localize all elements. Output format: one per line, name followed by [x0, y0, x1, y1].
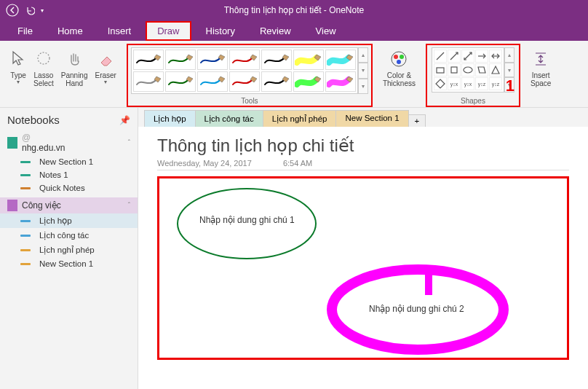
notebook-item[interactable]: @nhg.edu.vn ˆ	[0, 130, 138, 155]
lasso-icon	[36, 47, 52, 71]
page-date: Wednesday, May 24, 2017 6:54 AM	[157, 159, 569, 170]
pen-swatch[interactable]	[293, 50, 324, 70]
chevron-up-icon: ˆ	[128, 139, 130, 147]
page-title[interactable]: Thông tin lịch họp chi tiết	[157, 135, 569, 156]
tab-view[interactable]: View	[306, 23, 346, 39]
shape-double-arrow[interactable]	[461, 50, 474, 63]
back-icon[interactable]	[6, 4, 19, 17]
ribbon-group-shapes: y↕x y↕x y↕z y↕z ▴▾▾ Shapes 1	[426, 44, 520, 107]
shape-ellipse[interactable]	[461, 63, 474, 76]
svg-point-3	[394, 55, 398, 59]
tab-add[interactable]: +	[408, 114, 426, 127]
tab-home[interactable]: Home	[47, 23, 93, 39]
lasso-label: Lasso Select	[33, 71, 54, 87]
tab-review[interactable]: Review	[250, 23, 301, 39]
shape-axis-4[interactable]: y↕z	[489, 77, 502, 90]
pen-swatch[interactable]	[133, 50, 164, 70]
svg-line-6	[437, 52, 444, 60]
window-title: Thông tin lịch họp chi tiết - OneNote	[224, 5, 364, 15]
pen-swatch[interactable]	[261, 50, 292, 70]
pin-icon[interactable]: 📌	[119, 115, 130, 125]
section-tab[interactable]: Lịch họp	[144, 110, 196, 127]
shapes-gallery[interactable]: y↕x y↕x y↕z y↕z	[432, 47, 504, 93]
section-item[interactable]: Quick Notes	[0, 181, 138, 194]
section-item[interactable]: Lịch nghỉ phép	[0, 243, 138, 257]
pen-swatch[interactable]	[229, 71, 260, 92]
pen-swatch[interactable]	[133, 71, 164, 92]
pen-swatch[interactable]	[293, 71, 324, 92]
section-tab[interactable]: Lịch công tác	[195, 110, 263, 127]
page-canvas[interactable]: Thông tin lịch họp chi tiết Wednesday, M…	[138, 127, 588, 389]
shape-axis-3[interactable]: y↕z	[475, 77, 488, 90]
chevron-down-icon: ▾	[104, 79, 107, 86]
ribbon-group-insertspace: Insert Space .	[525, 44, 557, 107]
notebooks-pane: Notebooks 📌 @nhg.edu.vn ˆ New Section 1N…	[0, 108, 138, 389]
section-item[interactable]: New Section 1	[0, 155, 138, 168]
svg-rect-11	[437, 68, 444, 73]
shape-arrow2[interactable]	[475, 50, 488, 63]
tab-history[interactable]: History	[196, 23, 245, 39]
pen-swatch[interactable]	[229, 50, 260, 70]
shape-arrow3[interactable]	[489, 50, 502, 63]
insert-space-label: Insert Space	[531, 71, 551, 87]
hand-icon	[66, 47, 82, 71]
shape-parallelogram[interactable]	[475, 63, 488, 76]
shapes-group-label: Shapes	[461, 95, 485, 105]
pen-swatch[interactable]	[261, 71, 292, 92]
shape-triangle[interactable]	[489, 63, 502, 76]
section-item[interactable]: Notes 1	[0, 168, 138, 181]
section-item[interactable]: Lịch công tác	[0, 228, 138, 243]
svg-point-1	[38, 52, 49, 64]
note-text-2[interactable]: Nhập nội dung ghi chú 2	[369, 304, 464, 314]
gallery-scroll[interactable]: ▴▾▾	[358, 47, 368, 94]
ribbon-group-selection: Type ▾ Lasso Select Panning Hand Eraser …	[4, 44, 122, 107]
pen-swatch[interactable]	[165, 71, 196, 92]
shape-square[interactable]	[448, 63, 461, 76]
section-item[interactable]: Lịch họp	[0, 213, 138, 228]
tab-insert[interactable]: Insert	[98, 23, 142, 39]
section-tab[interactable]: New Section 1	[335, 110, 408, 127]
pen-gallery	[131, 47, 358, 94]
pen-swatch[interactable]	[197, 71, 228, 92]
insert-space-icon	[533, 47, 549, 71]
drawing-canvas[interactable]: Nhập nội dung ghi chú 1 Nhập nội dung gh…	[157, 176, 569, 360]
section-tab[interactable]: Lịch nghỉ phép	[263, 110, 337, 127]
pen-swatch[interactable]	[325, 71, 356, 92]
pen-swatch[interactable]	[197, 50, 228, 70]
workspace: Notebooks 📌 @nhg.edu.vn ˆ New Section 1N…	[0, 108, 588, 389]
qat-dropdown-icon[interactable]: ▾	[41, 7, 44, 14]
pen-swatch[interactable]	[325, 50, 356, 70]
shape-arrow[interactable]	[448, 50, 461, 63]
shape-axis-xy[interactable]: y↕x	[448, 77, 461, 90]
note-text-1[interactable]: Nhập nội dung ghi chú 1	[199, 215, 295, 225]
panning-button[interactable]: Panning Hand	[58, 45, 91, 89]
menu-bar: File Home Insert Draw History Review Vie…	[0, 20, 588, 41]
shape-rect[interactable]	[434, 63, 447, 76]
svg-line-8	[464, 52, 472, 60]
svg-point-0	[7, 4, 18, 16]
insert-space-button[interactable]: Insert Space	[528, 45, 554, 89]
cursor-icon	[10, 47, 26, 71]
chevron-down-icon: ▾	[17, 79, 20, 86]
eraser-button[interactable]: Eraser ▾	[92, 45, 119, 87]
lasso-button[interactable]: Lasso Select	[31, 45, 57, 89]
tab-file[interactable]: File	[7, 23, 43, 39]
notebooks-header: Notebooks	[7, 114, 60, 126]
shape-line[interactable]	[434, 50, 447, 63]
section-item[interactable]: New Section 1	[0, 257, 138, 270]
type-button[interactable]: Type ▾	[7, 45, 29, 87]
chevron-up-icon: ˆ	[128, 202, 130, 210]
color-label: Color & Thickness	[383, 71, 416, 87]
svg-point-13	[464, 67, 472, 73]
color-thickness-button[interactable]: Color & Thickness	[380, 45, 418, 89]
shape-diamond[interactable]	[434, 77, 447, 90]
tab-draw[interactable]: Draw	[146, 21, 191, 41]
shape-axis-2[interactable]: y↕x	[461, 77, 474, 90]
color-wheel-icon	[389, 47, 408, 71]
svg-rect-12	[451, 67, 457, 73]
panning-label: Panning Hand	[61, 71, 88, 87]
notebook-item[interactable]: Công việc ˆ	[0, 197, 138, 213]
undo-icon[interactable]	[25, 5, 35, 15]
pen-swatch[interactable]	[165, 50, 196, 70]
notebook-label: Công việc	[22, 200, 124, 211]
